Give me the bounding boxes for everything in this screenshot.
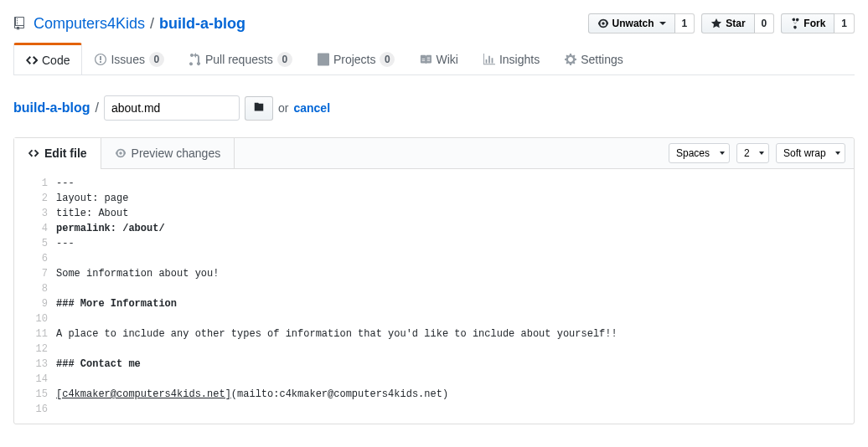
code-editor[interactable]: 1--- 2layout: page 3title: About 4permal… (14, 169, 854, 424)
line-number: 15 (14, 387, 56, 402)
tab-insights[interactable]: Insights (471, 44, 552, 74)
star-count[interactable]: 0 (755, 13, 775, 33)
breadcrumb: build-a-blog / or cancel (13, 75, 855, 134)
line-number: 2 (14, 191, 56, 206)
line-number: 9 (14, 296, 56, 311)
repo-header: Computers4Kids / build-a-blog Unwatch 1 … (13, 0, 855, 44)
code-icon (26, 54, 38, 67)
or-text: or (278, 101, 288, 115)
line-number: 4 (14, 221, 56, 236)
project-icon (318, 53, 329, 66)
tab-settings[interactable]: Settings (552, 44, 636, 74)
line-number: 13 (14, 357, 56, 372)
eye-icon (115, 147, 127, 159)
breadcrumb-root[interactable]: build-a-blog (13, 100, 90, 116)
line-number: 14 (14, 372, 56, 387)
graph-icon (483, 53, 495, 66)
line-number: 8 (14, 281, 56, 296)
line-number: 5 (14, 236, 56, 251)
tab-code[interactable]: Code (13, 43, 82, 74)
repo-tabs: Code Issues0 Pull requests0 Projects0 Wi… (13, 44, 855, 75)
caret-down-icon (659, 22, 666, 25)
line-number: 7 (14, 266, 56, 281)
line-number: 6 (14, 251, 56, 266)
repo-actions: Unwatch 1 Star 0 Fork 1 (588, 13, 855, 33)
tab-edit-file[interactable]: Edit file (14, 138, 101, 168)
pulls-count: 0 (277, 52, 292, 67)
path-separator: / (96, 100, 99, 116)
eye-icon (597, 18, 609, 29)
book-icon (420, 53, 431, 66)
git-pull-request-icon (189, 53, 201, 66)
tab-issues[interactable]: Issues0 (82, 44, 176, 74)
repo-title: Computers4Kids / build-a-blog (13, 15, 245, 33)
issue-icon (95, 53, 106, 66)
line-number: 12 (14, 342, 56, 357)
line-number: 11 (14, 326, 56, 342)
indent-mode-select[interactable]: Spaces (669, 143, 730, 163)
wrap-mode-select[interactable]: Soft wrap (776, 143, 845, 163)
code-icon (28, 147, 39, 159)
line-number: 1 (14, 176, 56, 191)
projects-count: 0 (380, 52, 395, 67)
tree-expand-button[interactable] (245, 96, 273, 121)
star-icon (710, 18, 722, 29)
unwatch-button[interactable]: Unwatch (588, 13, 675, 33)
cancel-link[interactable]: cancel (293, 101, 330, 115)
repo-icon (13, 17, 25, 30)
indent-size-select[interactable]: 2 (736, 143, 769, 163)
fork-count[interactable]: 1 (834, 13, 855, 33)
gear-icon (565, 53, 576, 66)
line-number: 3 (14, 206, 56, 221)
file-header: Edit file Preview changes Spaces 2 Soft … (14, 138, 854, 169)
repo-link[interactable]: build-a-blog (159, 15, 245, 32)
line-number: 16 (14, 402, 56, 417)
file-editor: Edit file Preview changes Spaces 2 Soft … (13, 137, 855, 424)
tree-icon (253, 101, 265, 113)
tab-wiki[interactable]: Wiki (407, 44, 470, 74)
tab-pull-requests[interactable]: Pull requests0 (177, 44, 305, 74)
owner-link[interactable]: Computers4Kids (34, 15, 145, 33)
watch-count[interactable]: 1 (675, 13, 695, 33)
fork-button[interactable]: Fork (781, 13, 834, 33)
tab-projects[interactable]: Projects0 (305, 44, 408, 74)
path-separator: / (150, 15, 154, 33)
star-button[interactable]: Star (701, 13, 754, 33)
fork-icon (790, 18, 800, 29)
line-number: 10 (14, 311, 56, 326)
tab-preview-changes[interactable]: Preview changes (101, 138, 235, 168)
filename-input[interactable] (104, 95, 240, 121)
issues-count: 0 (149, 52, 164, 67)
